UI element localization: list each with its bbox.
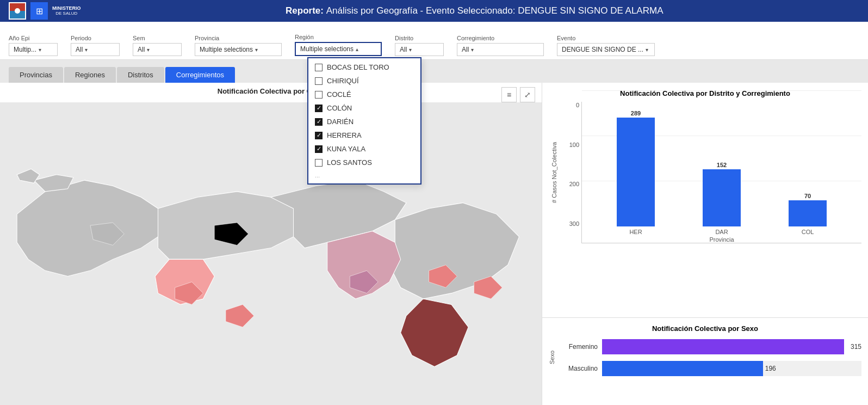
sex-bar-fill-femenino — [602, 339, 844, 354]
region-dropdown[interactable]: BOCAS DEL TORO CHIRIQUÍ COCLÉ ✓ COLÓN ✓ … — [307, 57, 421, 185]
filter-region-select[interactable]: Multiple selections ▴ — [295, 42, 382, 56]
filter-region: Región Multiple selections ▴ — [295, 34, 382, 56]
sex-bar-femenino-row: Femenino 315 — [560, 339, 861, 354]
filter-corregimiento-select[interactable]: All ▾ — [457, 43, 544, 56]
checkbox-kuna-yala[interactable]: ✓ — [315, 145, 323, 153]
chevron-down-icon: ▾ — [85, 47, 88, 53]
grid-icon[interactable]: ⊞ — [30, 2, 48, 20]
dropdown-item-kuna-yala[interactable]: ✓ KUNA YALA — [308, 142, 420, 156]
sex-bar-track-femenino — [602, 339, 844, 354]
filter-sem: Sem All ▾ — [133, 35, 182, 56]
map-title: Notificación Colectiva por Cor... — [0, 83, 542, 100]
filter-provincia-select[interactable]: Multiple selections ▾ — [195, 43, 282, 56]
sex-chart-section: Notificación Colectiva por Sexo Sexo Fem… — [542, 318, 868, 405]
filter-sem-select[interactable]: All ▾ — [133, 43, 182, 56]
dropdown-item-darien[interactable]: ✓ DARIÉN — [308, 115, 420, 128]
checkbox-chiriqui[interactable] — [315, 77, 323, 85]
filter-region-label: Región — [295, 34, 382, 40]
filter-periodo-value: All — [76, 46, 83, 53]
chevron-down-icon: ▾ — [147, 47, 150, 53]
filter-periodo-label: Periodo — [71, 35, 120, 41]
filter-corregimiento-value: All — [462, 46, 469, 53]
filter-periodo-select[interactable]: All ▾ — [71, 43, 120, 56]
bar-dar: 152 — [703, 162, 741, 226]
bars-container: 289 152 70 — [582, 102, 861, 226]
filter-bar: Año Epi Multip... ▾ Periodo All ▾ Sem Al… — [0, 22, 868, 60]
x-axis-title: Provincia — [582, 236, 861, 243]
main-content: Notificación Colectiva por Cor... ≡ ⤢ — [0, 83, 868, 405]
tab-distritos[interactable]: Distritos — [117, 67, 164, 83]
sex-y-label: Sexo — [549, 351, 555, 364]
dropdown-label-herrera: HERRERA — [327, 131, 362, 139]
dropdown-label-colon: COLÓN — [327, 104, 352, 112]
filter-distrito: Distrito All ▾ — [395, 35, 444, 56]
dropdown-label-chiriqui: CHIRIQUÍ — [327, 77, 359, 85]
tab-regiones[interactable]: Regiones — [64, 67, 116, 83]
dropdown-item-cocle[interactable]: COCLÉ — [308, 88, 420, 101]
filter-corregimiento: Corregimiento All ▾ — [457, 35, 544, 56]
logo-area: ⊞ MINISTERIO DE SALUD — [9, 2, 81, 20]
checkbox-bocas[interactable] — [315, 64, 323, 71]
chevron-down-icon: ▾ — [255, 47, 258, 53]
filter-distrito-label: Distrito — [395, 35, 444, 41]
checkbox-darien[interactable]: ✓ — [315, 118, 323, 126]
dropdown-label-bocas: BOCAS DEL TORO — [327, 63, 389, 71]
filter-tool-button[interactable]: ≡ — [501, 87, 517, 102]
filter-evento-value: DENGUE SIN SIGNO DE ... — [562, 46, 643, 53]
checkbox-colon[interactable]: ✓ — [315, 105, 323, 112]
chart-area: 289 152 70 HER — [581, 102, 861, 243]
chevron-down-icon: ▾ — [39, 47, 41, 53]
x-label-dar: DAR — [703, 229, 741, 235]
dropdown-item-herrera[interactable]: ✓ HERRERA — [308, 128, 420, 142]
page-title: Reporte: Análisis por Geografía - Evento… — [90, 5, 859, 16]
chevron-down-icon: ▾ — [409, 47, 412, 53]
dropdown-label-kuna-yala: KUNA YALA — [327, 145, 365, 153]
x-labels: HER DAR COL — [582, 229, 861, 235]
filter-anio-select[interactable]: Multip... ▾ — [9, 43, 58, 56]
bar-col: 70 — [789, 193, 827, 226]
bar-her: 289 — [617, 110, 655, 226]
x-label-her: HER — [617, 229, 655, 235]
checkbox-los-santos[interactable] — [315, 159, 323, 167]
filter-provincia-value: Multiple selections — [200, 46, 253, 53]
map-container — [0, 102, 542, 405]
sex-label-femenino: Femenino — [560, 343, 598, 351]
grid-line-300 — [582, 90, 861, 91]
bar-dar-fill — [703, 169, 741, 226]
map-toolbar: ≡ ⤢ — [501, 87, 535, 102]
filter-evento-select[interactable]: DENGUE SIN SIGNO DE ... ▾ — [557, 43, 655, 56]
chevron-up-icon: ▴ — [356, 46, 358, 52]
dropdown-item-bocas[interactable]: BOCAS DEL TORO — [308, 60, 420, 74]
expand-tool-button[interactable]: ⤢ — [520, 87, 535, 102]
filter-distrito-value: All — [400, 46, 407, 53]
republic-logo — [9, 2, 26, 20]
x-label-col: COL — [789, 229, 827, 235]
dropdown-item-chiriqui[interactable]: CHIRIQUÍ — [308, 74, 420, 88]
dropdown-item-more: ... — [308, 169, 420, 181]
filter-evento-label: Evento — [557, 35, 655, 41]
tab-corregimientos[interactable]: Corregimientos — [165, 67, 235, 83]
sex-bar-track-masculino: 196 — [602, 361, 861, 376]
sex-count-femenino: 315 — [851, 343, 861, 351]
tab-bar: Provincias Regiones Distritos Corregimie… — [0, 60, 868, 83]
map-section: Notificación Colectiva por Cor... ≡ ⤢ — [0, 83, 542, 405]
sex-chart-body: Sexo Femenino 315 Masculino 196 — [549, 339, 861, 376]
y-axis-label: # Casos Not_Colectiva — [551, 142, 557, 203]
bar-col-fill — [789, 200, 827, 226]
tab-provincias[interactable]: Provincias — [9, 67, 63, 83]
filter-anio-epi: Año Epi Multip... ▾ — [9, 35, 58, 56]
filter-sem-value: All — [138, 46, 145, 53]
sex-label-masculino: Masculino — [560, 365, 598, 372]
filter-anio-value: Multip... — [14, 46, 36, 53]
dropdown-label-darien: DARIÉN — [327, 118, 354, 126]
filter-distrito-select[interactable]: All ▾ — [395, 43, 444, 56]
chevron-down-icon: ▾ — [471, 47, 474, 53]
checkbox-cocle[interactable] — [315, 91, 323, 99]
dropdown-item-colon[interactable]: ✓ COLÓN — [308, 101, 420, 115]
filter-provincia: Provincia Multiple selections ▾ — [195, 35, 282, 56]
dropdown-label-los-santos: LOS SANTOS — [327, 158, 372, 167]
filter-provincia-label: Provincia — [195, 35, 282, 41]
filter-region-value: Multiple selections — [300, 45, 354, 53]
dropdown-item-los-santos[interactable]: LOS SANTOS — [308, 156, 420, 169]
checkbox-herrera[interactable]: ✓ — [315, 132, 323, 139]
